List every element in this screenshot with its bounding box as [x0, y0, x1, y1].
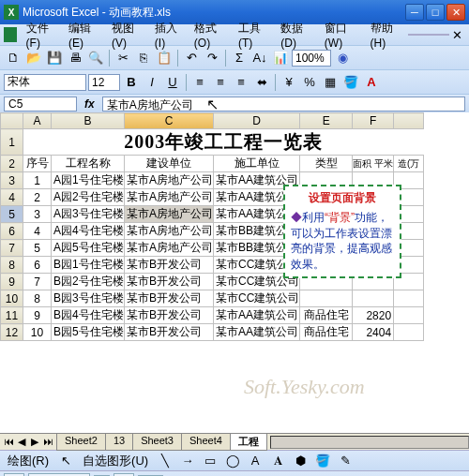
menu-data[interactable]: 数据(D)	[275, 19, 319, 52]
row-header[interactable]: 7	[1, 240, 23, 257]
row-header[interactable]: 9	[1, 274, 23, 290]
menu-window[interactable]: 窗口(W)	[319, 19, 365, 52]
cell[interactable]: 2820	[353, 307, 394, 324]
menu-view[interactable]: 视图(V)	[106, 19, 149, 52]
sort-icon[interactable]: A↓	[250, 49, 269, 67]
cell[interactable]: 7	[23, 274, 52, 290]
hdr-B[interactable]: 工程名称	[52, 156, 125, 172]
cell[interactable]: 某市AA建筑公司	[214, 307, 300, 324]
row-header[interactable]: 12	[1, 324, 23, 341]
menu-tools[interactable]: 工具(T)	[233, 19, 275, 52]
new-icon[interactable]: 🗋	[4, 49, 23, 67]
cell[interactable]: A园5号住宅楼	[52, 240, 125, 257]
select-all-corner[interactable]	[1, 113, 23, 129]
cell[interactable]: 某市CC建筑公司	[214, 290, 300, 307]
cell[interactable]: 某市B开发公司	[125, 257, 214, 274]
chart-icon[interactable]: 📊	[271, 49, 290, 67]
col-header-C[interactable]: C	[125, 113, 214, 129]
col-header-D[interactable]: D	[214, 113, 300, 129]
row-header[interactable]: 5	[1, 206, 23, 223]
cell[interactable]: 某市B开发公司	[125, 324, 214, 341]
cell[interactable]: 1	[23, 172, 52, 189]
textbox-icon[interactable]: A	[246, 452, 265, 470]
cell[interactable]	[300, 290, 353, 307]
copy-icon[interactable]: ⎘	[134, 49, 153, 67]
oval-icon[interactable]: ◯	[223, 452, 242, 470]
sheet-tab[interactable]: 13	[105, 434, 133, 451]
fill-color-icon[interactable]: 🪣	[341, 73, 360, 92]
cell[interactable]	[394, 307, 424, 324]
cell[interactable]: A园1号住宅楼	[52, 172, 125, 189]
print-icon[interactable]: 🖶	[66, 49, 84, 67]
cell[interactable]: B园2号住宅楼	[52, 274, 125, 290]
cell[interactable]: 某市A房地产公司	[125, 172, 214, 189]
cell[interactable]: B园4号住宅楼	[52, 307, 125, 324]
cell[interactable]: 6	[23, 257, 52, 274]
paste-icon[interactable]: 📋	[155, 49, 174, 67]
line-icon[interactable]: ╲	[156, 452, 174, 470]
row-header[interactable]: 3	[1, 172, 23, 189]
formula-input[interactable]: 某市A房地产公司	[102, 97, 465, 112]
sheet-tab[interactable]: Sheet2	[56, 434, 106, 451]
col-header-A[interactable]: A	[23, 113, 52, 129]
sheet-tab[interactable]: Sheet4	[181, 434, 231, 451]
cut-icon[interactable]: ✂	[113, 49, 132, 67]
cell[interactable]	[353, 290, 394, 307]
cell[interactable]: B园1号住宅楼	[52, 257, 125, 274]
cell[interactable]: 4	[23, 223, 52, 240]
cell[interactable]: A园2号住宅楼	[52, 189, 125, 206]
font-size-selector[interactable]: 12	[88, 74, 120, 91]
cell[interactable]: 某市B开发公司	[125, 307, 214, 324]
row-header[interactable]: 11	[1, 307, 23, 324]
align-center-icon[interactable]: ≡	[211, 73, 230, 92]
hdr-D[interactable]: 施工单位	[214, 156, 300, 172]
cell[interactable]: 某市A房地产公司	[125, 223, 214, 240]
cell[interactable]	[394, 290, 424, 307]
rect-icon[interactable]: ▭	[201, 452, 219, 470]
sum-icon[interactable]: Σ	[230, 49, 249, 67]
align-right-icon[interactable]: ≡	[232, 73, 250, 92]
select-icon[interactable]: ↖	[56, 452, 75, 470]
row-header[interactable]: 10	[1, 290, 23, 307]
currency-icon[interactable]: ¥	[280, 73, 298, 92]
font-color-icon[interactable]: A	[362, 73, 381, 92]
worksheet-area[interactable]: A B C D E F 1 2003年竣工工程一览表 2 序号 工程名称 建设单…	[0, 112, 469, 433]
cell[interactable]: 某市A房地产公司	[125, 206, 214, 223]
save-icon[interactable]: 💾	[45, 49, 64, 67]
wordart-icon[interactable]: 𝐀	[268, 452, 287, 470]
line-color-icon[interactable]: ✎	[336, 452, 355, 470]
row-header-1[interactable]: 1	[1, 129, 23, 156]
preview-icon[interactable]: 🔍	[86, 49, 105, 67]
redo-icon[interactable]: ↷	[203, 49, 221, 67]
diagram-icon[interactable]: ⬢	[291, 452, 310, 470]
autoshapes-menu[interactable]: 自选图形(U)	[79, 452, 152, 470]
sheet-tab[interactable]: Sheet3	[132, 434, 182, 451]
draw-menu[interactable]: 绘图(R)	[4, 452, 53, 470]
underline-icon[interactable]: U	[163, 73, 182, 92]
row-header[interactable]: 6	[1, 223, 23, 240]
cell[interactable]: 5	[23, 240, 52, 257]
cell[interactable]: A园3号住宅楼	[52, 206, 125, 223]
bold-icon[interactable]: B	[122, 73, 141, 92]
ime-name[interactable]: 快乐五笔	[28, 473, 90, 477]
col-header-B[interactable]: B	[52, 113, 125, 129]
align-left-icon[interactable]: ≡	[190, 73, 209, 92]
undo-icon[interactable]: ↶	[182, 49, 201, 67]
hdr-E[interactable]: 类型	[300, 156, 353, 172]
cell[interactable]	[394, 324, 424, 341]
cell[interactable]: 商品住宅	[300, 324, 353, 341]
font-name-selector[interactable]: 宋体	[4, 74, 86, 91]
help-search-box[interactable]	[408, 34, 449, 36]
cell[interactable]: 9	[23, 307, 52, 324]
cell[interactable]: 某市B开发公司	[125, 290, 214, 307]
tab-first-icon[interactable]: ⏮	[2, 436, 15, 448]
arrow-icon[interactable]: →	[178, 452, 197, 470]
cell[interactable]: B园5号住宅楼	[52, 324, 125, 341]
merge-icon[interactable]: ⬌	[252, 73, 271, 92]
cell[interactable]: 2	[23, 189, 52, 206]
name-box[interactable]: C5	[4, 97, 77, 112]
cell[interactable]: 10	[23, 324, 52, 341]
hdr-G[interactable]: 造(万	[394, 156, 424, 172]
sheet-tab[interactable]: 工程	[230, 434, 267, 451]
tab-last-icon[interactable]: ⏭	[41, 436, 54, 448]
